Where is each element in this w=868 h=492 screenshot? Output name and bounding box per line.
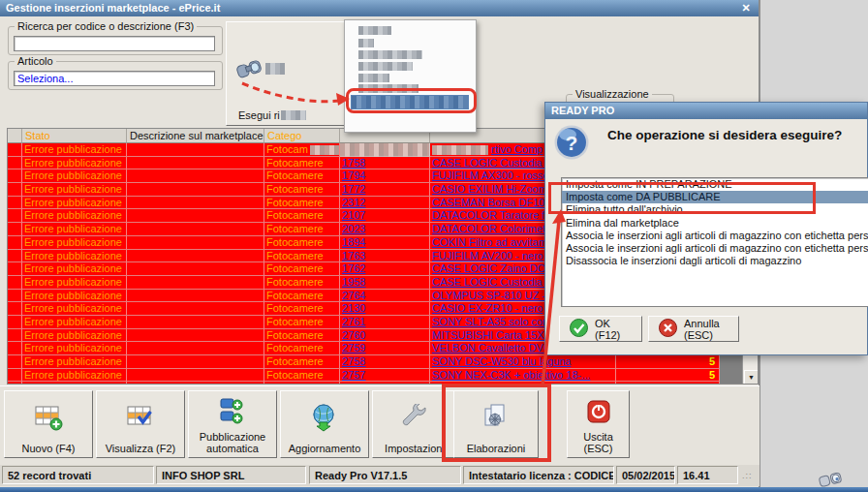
execute-search-label: Esegui ri — [238, 109, 306, 121]
row-codice-link[interactable]: 2130 — [340, 302, 430, 316]
toolbar: Nuovo (F4) Visualizza (F2) — [0, 385, 760, 465]
impostazioni-label: Impostazioni — [385, 443, 445, 454]
row-stato: Errore pubblicazione — [22, 250, 127, 263]
row-categoria: Fotocamere — [264, 316, 340, 329]
row-selector-cell[interactable] — [8, 382, 22, 384]
row-stato: Errore pubblicazione — [22, 183, 127, 197]
row-stato: Errore pubblicazione — [22, 236, 127, 250]
row-articolo-link[interactable] — [430, 382, 616, 384]
row-selector-cell[interactable] — [8, 302, 22, 316]
row-categoria: Fotocamere — [264, 157, 340, 170]
row-selector-cell[interactable] — [8, 250, 22, 263]
row-codice-link[interactable]: 2757 — [340, 369, 430, 383]
row-codice-link[interactable]: 1794 — [340, 169, 430, 183]
table-row[interactable]: Errore pubblicazione Fotocamere 5 — [8, 382, 758, 384]
search-input[interactable] — [14, 36, 215, 51]
row-codice-link[interactable]: 2760 — [340, 329, 430, 343]
row-stato: Errore pubblicazione — [22, 223, 127, 236]
row-descrizione-marketplace — [127, 369, 264, 383]
row-descrizione-marketplace — [127, 223, 264, 236]
row-stato: Errore pubblicazione — [22, 382, 127, 384]
row-selector-cell[interactable] — [8, 183, 22, 197]
row-descrizione-marketplace — [127, 157, 264, 170]
cancel-button[interactable]: Annulla (ESC) — [648, 316, 739, 342]
uscita-button[interactable]: Uscita (ESC) — [567, 390, 630, 458]
dialog-question: Che operazione si desidera eseguire? — [607, 128, 842, 142]
row-codice-link[interactable]: 2764 — [340, 290, 430, 303]
redacted-selected-item[interactable] — [351, 95, 469, 109]
row-codice-link[interactable]: 1772 — [340, 183, 430, 197]
row-selector-cell[interactable] — [8, 262, 22, 276]
dialog-option[interactable]: Elimina dal marketplace — [562, 217, 868, 230]
row-codice-link[interactable]: 1958 — [340, 276, 430, 290]
row-descrizione-marketplace — [127, 355, 264, 369]
row-selector-cell[interactable] — [8, 276, 22, 290]
row-selector-cell[interactable] — [8, 369, 22, 383]
table-row[interactable]: Errore pubblicazione Fotocamere 2757 SON… — [8, 369, 758, 383]
row-selector-cell[interactable] — [8, 355, 22, 369]
row-selector-cell[interactable] — [8, 236, 22, 250]
row-codice-link[interactable]: 1758 — [340, 157, 430, 170]
row-selector-cell[interactable] — [8, 290, 22, 303]
nuovo-button[interactable]: Nuovo (F4) — [4, 390, 93, 458]
pubblicazione-automatica-button[interactable]: Pubblicazione automatica — [188, 390, 277, 458]
row-descrizione-marketplace — [127, 316, 264, 329]
header-selector[interactable] — [8, 129, 22, 143]
row-codice-link[interactable]: 2023 — [340, 223, 430, 236]
ok-button[interactable]: OK (F12) — [559, 316, 642, 342]
row-selector-cell[interactable] — [8, 143, 22, 157]
dialog-option[interactable]: Associa le inserzioni agli articoli di m… — [562, 230, 868, 242]
dialog-options[interactable]: Imposta come IN PREPARAZIONEImposta come… — [561, 177, 868, 307]
window-titlebar[interactable]: Gestione inserzioni marketplace - ePrice… — [0, 0, 759, 16]
impostazioni-button[interactable]: Impostazioni — [372, 390, 457, 458]
dialog-option[interactable]: Elimina tutto dall'archivio — [562, 203, 868, 216]
row-descrizione-marketplace — [127, 290, 264, 303]
row-codice-link[interactable]: 1763 — [340, 250, 430, 263]
dialog-option[interactable]: Imposta come DA PUBBLICARE — [562, 191, 868, 203]
row-codice-link[interactable]: 2761 — [340, 316, 430, 329]
row-codice-link[interactable]: 2107 — [340, 209, 430, 223]
row-codice-link[interactable]: 2312 — [340, 197, 430, 210]
row-selector-cell[interactable] — [8, 157, 22, 170]
bottom-edge-strip — [0, 487, 868, 492]
header-categoria[interactable]: Catego — [264, 129, 340, 143]
row-codice-link[interactable]: 2758 — [340, 355, 430, 369]
aggiornamento-button[interactable]: Aggiornamento — [280, 390, 369, 458]
row-codice-link[interactable]: 1762 — [340, 262, 430, 276]
row-selector-cell[interactable] — [8, 209, 22, 223]
resize-grip[interactable]: .:: — [742, 471, 753, 480]
row-codice-link[interactable] — [340, 382, 430, 384]
cancel-x-icon — [659, 319, 677, 339]
row-selector-cell[interactable] — [8, 329, 22, 343]
scroll-down-icon[interactable]: ▼ — [744, 370, 759, 384]
row-selector-cell[interactable] — [8, 316, 22, 329]
row-categoria: Fotocam — [264, 143, 340, 157]
row-stato: Errore pubblicazione — [22, 329, 127, 343]
row-selector-cell[interactable] — [8, 342, 22, 355]
row-categoria: Fotocamere — [264, 197, 340, 210]
row-codice-link[interactable]: 1894 — [340, 236, 430, 250]
row-selector-cell[interactable] — [8, 223, 22, 236]
table-row[interactable]: Errore pubblicazione Fotocamere 2758 SON… — [8, 355, 758, 369]
elaborazioni-button[interactable]: Elaborazioni — [453, 390, 539, 458]
row-categoria: Fotocamere — [264, 169, 340, 183]
row-articolo-link[interactable]: SONY NEX-C3K + obiettivo 18-... — [430, 369, 616, 383]
row-articolo-link[interactable]: SONY DSC-W530 blu laguna — [430, 355, 616, 369]
header-descrizione-marketplace[interactable]: Descrizione sul marketplace — [127, 129, 264, 143]
row-stato: Errore pubblicazione — [22, 169, 127, 183]
row-codice-link[interactable]: 2759 — [340, 342, 430, 355]
row-descrizione-marketplace — [127, 183, 264, 197]
article-select-input[interactable] — [14, 71, 215, 86]
close-icon[interactable]: ✕ — [738, 1, 754, 15]
dialog-option[interactable]: Imposta come IN PREPARAZIONE — [562, 178, 868, 191]
dialog-option[interactable]: Disassocia le inserzioni dagli articoli … — [562, 255, 868, 267]
dialog-titlebar[interactable]: READY PRO — [545, 103, 867, 119]
visualizza-button[interactable]: Visualizza (F2) — [96, 390, 185, 458]
header-stato[interactable]: Stato — [22, 129, 127, 143]
row-categoria: Fotocamere — [264, 250, 340, 263]
row-selector-cell[interactable] — [8, 197, 22, 210]
row-codice-link[interactable] — [340, 143, 430, 157]
row-selector-cell[interactable] — [8, 169, 22, 183]
company-name: INFO SHOP SRL — [156, 466, 306, 484]
dialog-option[interactable]: Associa le inserzioni agli articoli di m… — [562, 242, 868, 255]
